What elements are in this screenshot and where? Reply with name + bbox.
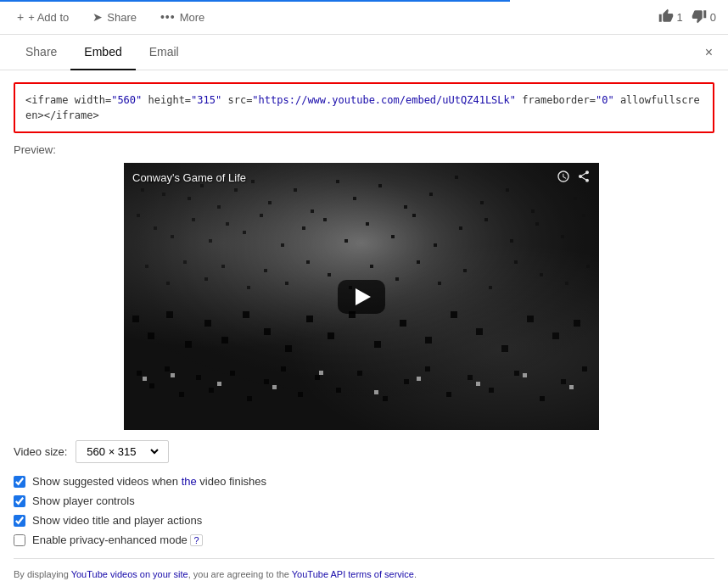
svg-rect-28 [209,239,212,243]
thumbs-down-icon [692,8,707,26]
video-title-checkbox[interactable] [14,515,25,527]
svg-rect-79 [374,341,381,348]
privacy-help-link[interactable]: ? [190,534,202,546]
play-triangle-icon [356,288,371,305]
tab-email[interactable]: Email [136,35,193,70]
svg-rect-13 [336,180,339,183]
close-button[interactable]: × [702,42,716,64]
svg-rect-85 [527,316,534,322]
footer-prefix: By displaying [14,569,71,579]
video-title-label: Show video title and player actions [32,514,202,527]
svg-rect-49 [204,277,208,281]
svg-rect-65 [565,282,568,285]
svg-rect-34 [323,218,327,221]
svg-rect-36 [366,222,369,226]
video-size-row: Video size: 560 × 315 640 × 360 853 × 48… [14,440,714,463]
clock-icon[interactable] [557,170,570,187]
more-button[interactable]: ••• More [155,7,210,27]
embed-code-box[interactable]: <iframe width="560" height="315" src="ht… [14,82,714,133]
svg-rect-86 [552,332,559,339]
svg-rect-12 [311,209,314,213]
svg-rect-120 [523,373,527,377]
svg-rect-41 [484,218,488,221]
privacy-mode-checkbox[interactable] [14,534,25,546]
svg-rect-69 [166,311,173,318]
video-top-controls [557,170,591,187]
svg-rect-43 [535,222,539,226]
svg-rect-96 [264,379,269,384]
svg-rect-53 [285,282,288,285]
svg-rect-3 [162,193,165,196]
svg-rect-121 [569,385,574,389]
share-button[interactable]: ➤ Share [87,7,142,27]
tab-embed-label: Embed [84,45,121,59]
suggest-videos-label: Show suggested videos when the video fin… [32,475,266,488]
top-bar-left: + + Add to ➤ Share ••• More [12,7,210,27]
dislike-button[interactable]: 0 [692,8,716,26]
like-button[interactable]: 1 [658,8,683,26]
footer-middle: , you are agreeing to the [188,569,292,579]
tab-share[interactable]: Share [12,35,70,70]
svg-rect-35 [344,239,348,243]
add-to-button[interactable]: + + Add to [12,7,74,27]
svg-rect-40 [459,226,462,230]
svg-rect-31 [260,214,263,217]
checkbox-row-3: Show video title and player actions [14,514,714,527]
svg-rect-112 [143,377,147,381]
video-preview: Conway's Game of Life [124,163,599,430]
checkbox-row-1: Show suggested videos when the video fin… [14,475,714,488]
privacy-mode-label: Enable privacy-enhanced mode ? [32,534,203,546]
suggest-videos-checkbox[interactable] [14,476,25,488]
tab-email-label: Email [149,45,179,59]
svg-rect-87 [574,320,580,327]
more-label: More [180,11,205,24]
svg-rect-30 [243,231,246,234]
play-button[interactable] [338,280,385,314]
preview-text: Preview: [14,143,56,156]
tabs-left: Share Embed Email [12,35,193,70]
player-controls-checkbox[interactable] [14,495,25,507]
svg-rect-47 [166,282,170,285]
video-size-select-wrapper[interactable]: 560 × 315 640 × 360 853 × 480 1280 × 720… [76,440,169,463]
video-size-dropdown[interactable]: 560 × 315 640 × 360 853 × 480 1280 × 720… [83,444,161,459]
svg-rect-75 [285,345,292,352]
svg-rect-15 [378,184,382,187]
svg-rect-97 [281,366,286,372]
video-size-label: Video size: [14,445,67,458]
svg-rect-111 [582,366,587,372]
svg-rect-27 [192,218,195,221]
svg-rect-39 [434,243,437,247]
svg-rect-93 [209,388,214,393]
svg-rect-106 [468,375,473,380]
svg-rect-83 [476,328,483,335]
svg-rect-89 [149,383,154,388]
share-video-icon[interactable] [577,170,591,187]
top-bar: + + Add to ➤ Share ••• More 1 0 [0,0,728,35]
like-count: 1 [677,11,683,24]
svg-rect-46 [145,265,148,268]
svg-rect-17 [429,193,433,196]
svg-rect-16 [404,205,407,209]
svg-rect-114 [217,382,221,386]
youtube-videos-link[interactable]: YouTube videos on your site [71,569,188,579]
svg-rect-14 [353,197,356,200]
youtube-tos-link[interactable]: YouTube API terms of service [292,569,414,579]
plus-icon: + [17,10,24,24]
svg-rect-21 [531,209,535,213]
svg-rect-98 [298,392,303,397]
footer-suffix: . [414,569,417,579]
svg-rect-26 [171,235,174,238]
tab-share-label: Share [25,45,57,59]
svg-rect-101 [357,371,362,376]
svg-rect-80 [400,320,406,327]
svg-rect-1 [141,188,144,192]
svg-rect-23 [574,197,577,200]
svg-rect-20 [506,188,509,192]
tab-embed[interactable]: Embed [70,35,135,70]
suggest-videos-link[interactable]: the [182,475,197,488]
svg-rect-100 [336,388,341,393]
svg-rect-54 [306,260,310,264]
video-title: Conway's Game of Life [132,171,246,184]
svg-rect-113 [171,373,175,377]
top-bar-right: 1 0 [658,8,716,26]
